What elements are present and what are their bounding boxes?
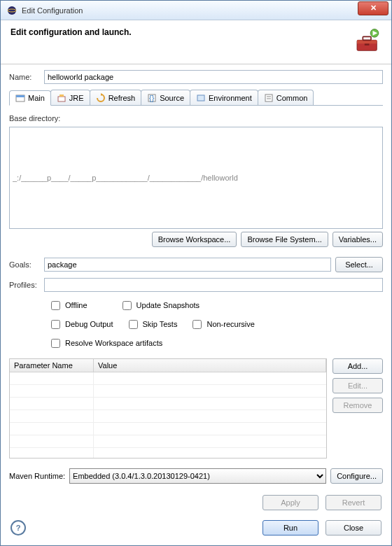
tab-refresh-label: Refresh (108, 94, 136, 102)
tab-environment-label: Environment (209, 94, 252, 102)
runtime-label: Maven Runtime: (9, 472, 65, 480)
runtime-row: Maven Runtime: Embedded (3.0.4/1.3.0.201… (9, 468, 383, 484)
goals-row: Goals: Select... (9, 257, 383, 272)
window-close-button[interactable]: ✕ (358, 1, 388, 15)
skip-tests-checkbox[interactable]: Skip Tests (126, 318, 178, 331)
parameters-side-buttons: Add... Edit... Remove (332, 358, 383, 459)
basedir-input[interactable] (9, 127, 383, 229)
tab-environment[interactable]: Environment (190, 90, 258, 105)
check-row-2: Debug Output Skip Tests Non-recursive (48, 318, 383, 331)
svg-rect-7 (365, 43, 370, 46)
help-icon[interactable]: ? (10, 520, 26, 536)
run-button[interactable]: Run (262, 520, 318, 536)
header: Edit configuration and launch. (1, 20, 391, 64)
param-add-button[interactable]: Add... (332, 358, 383, 374)
browse-workspace-button[interactable]: Browse Workspace... (152, 232, 237, 247)
tab-source[interactable]: {} Source (141, 90, 190, 105)
name-row: Name: (9, 70, 383, 84)
tab-common-label: Common (276, 94, 308, 102)
common-tab-icon (264, 93, 274, 103)
check-row-1: Offline Update Snapshots (48, 299, 383, 312)
goals-label: Goals: (9, 260, 40, 269)
offline-checkbox[interactable]: Offline (48, 299, 88, 312)
runtime-configure-button[interactable]: Configure... (330, 468, 383, 484)
tab-main-label: Main (28, 94, 45, 102)
tab-main[interactable]: Main (9, 90, 51, 106)
variables-button[interactable]: Variables... (332, 232, 383, 247)
non-recursive-checkbox[interactable]: Non-recursive (190, 318, 254, 331)
svg-rect-15 (197, 95, 204, 101)
tab-common[interactable]: Common (258, 90, 314, 105)
bottom-bar: ? Run Close (1, 516, 391, 545)
svg-rect-6 (363, 36, 371, 40)
param-col-value: Value (94, 359, 326, 372)
svg-text:{}: {} (149, 94, 155, 102)
tab-bar: Main JRE Refresh {} Source Environment C… (9, 90, 383, 106)
svg-point-0 (8, 6, 16, 15)
parameters-body (10, 372, 326, 458)
param-remove-button[interactable]: Remove (332, 398, 383, 413)
runtime-select[interactable]: Embedded (3.0.4/1.3.0.20130129-0421) (69, 468, 326, 484)
svg-rect-11 (59, 94, 64, 97)
check-row-3: Resolve Workspace artifacts (48, 337, 383, 350)
run-toolbox-icon (348, 27, 382, 57)
titlebar: Edit Configuration ✕ (1, 1, 391, 20)
jre-tab-icon (57, 93, 66, 103)
svg-rect-16 (265, 94, 272, 102)
tab-source-label: Source (160, 94, 184, 102)
profiles-input[interactable] (44, 278, 383, 292)
resolve-workspace-checkbox[interactable]: Resolve Workspace artifacts (48, 337, 162, 350)
window-title: Edit Configuration (22, 6, 358, 15)
header-text: Edit configuration and launch. (10, 27, 348, 37)
profiles-row: Profiles: (9, 278, 383, 292)
tab-jre-label: JRE (69, 94, 84, 102)
update-snapshots-checkbox[interactable]: Update Snapshots (120, 299, 200, 312)
goals-select-button[interactable]: Select... (335, 257, 383, 272)
basedir-label: Base directory: (9, 114, 383, 122)
revert-button[interactable]: Revert (326, 495, 382, 510)
environment-tab-icon (196, 93, 206, 103)
svg-rect-9 (16, 95, 24, 97)
name-label: Name: (9, 73, 40, 81)
main-tab-icon (15, 93, 25, 103)
refresh-tab-icon (96, 93, 106, 103)
debug-output-checkbox[interactable]: Debug Output (48, 318, 113, 331)
apply-button[interactable]: Apply (262, 495, 318, 510)
apply-revert-row: Apply Revert (1, 486, 391, 516)
parameters-table[interactable]: Parameter Name Value (9, 358, 327, 459)
param-col-name: Parameter Name (10, 359, 94, 372)
dialog-window: Edit Configuration ✕ Edit configuration … (0, 0, 392, 546)
parameters-header: Parameter Name Value (10, 359, 326, 372)
goals-input[interactable] (44, 258, 331, 272)
parameters-area: Parameter Name Value (9, 358, 383, 459)
content-area: Name: Main JRE Refresh {} Source En (1, 64, 391, 486)
source-tab-icon: {} (147, 93, 157, 103)
name-input[interactable] (44, 70, 383, 84)
browse-filesystem-button[interactable]: Browse File System... (241, 232, 328, 247)
svg-rect-10 (58, 97, 65, 102)
close-button[interactable]: Close (326, 520, 382, 536)
tab-refresh[interactable]: Refresh (90, 90, 142, 105)
basedir-buttons: Browse Workspace... Browse File System..… (9, 232, 383, 247)
profiles-label: Profiles: (9, 281, 40, 289)
param-edit-button[interactable]: Edit... (332, 378, 383, 393)
eclipse-icon (6, 5, 18, 16)
tab-jre[interactable]: JRE (50, 90, 90, 105)
